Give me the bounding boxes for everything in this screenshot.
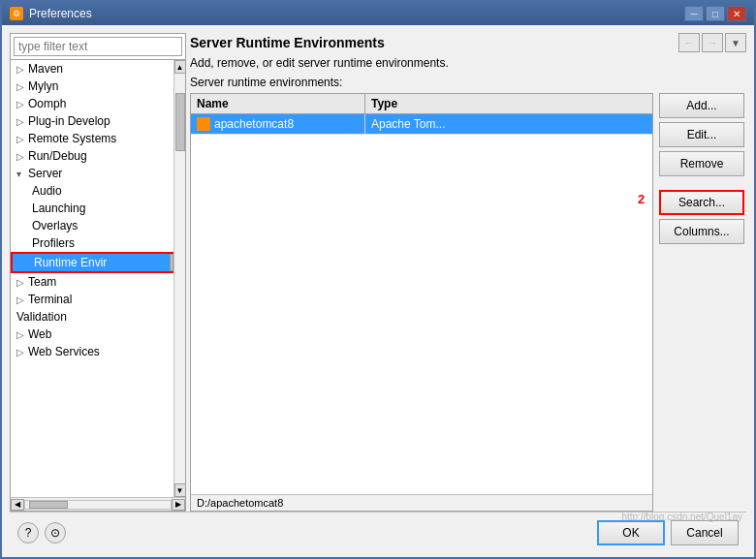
sidebar-item-mylyn[interactable]: ▷ Mylyn: [11, 78, 173, 95]
col-name-header: Name: [191, 94, 365, 113]
tree-container: ▷ Maven ▷ Mylyn ▷ Oomph ▷: [11, 60, 173, 497]
cell-type: Apache Tom...: [365, 114, 652, 134]
nav-dropdown-button[interactable]: ▼: [725, 33, 746, 52]
sidebar-item-server-overlays[interactable]: Overlays: [11, 217, 173, 234]
sidebar-item-server-launching[interactable]: Launching: [11, 200, 173, 217]
close-button[interactable]: ✕: [727, 6, 746, 21]
status-bar: D:/apachetomcat8: [191, 494, 652, 511]
sidebar-item-server-runtime[interactable]: Runtime Envir: [11, 252, 173, 273]
window-icon: ⚙: [10, 7, 23, 20]
scroll-left-arrow[interactable]: ◀: [11, 499, 24, 511]
cell-name: apachetomcat8: [191, 114, 365, 134]
search-button[interactable]: Search...: [659, 190, 744, 215]
sidebar-item-run-debug[interactable]: ▷ Run/Debug: [11, 147, 173, 165]
label-2: 2: [638, 192, 645, 206]
sidebar-item-server-audio[interactable]: Audio: [11, 182, 173, 200]
sidebar-item-oomph[interactable]: ▷ Oomph: [11, 95, 173, 112]
maximize-button[interactable]: □: [706, 6, 725, 21]
server-icon: [197, 117, 210, 131]
sidebar-item-terminal[interactable]: ▷ Terminal: [11, 291, 173, 308]
scroll-right-arrow[interactable]: ▶: [172, 499, 185, 511]
edit-button[interactable]: Edit...: [659, 122, 744, 147]
sidebar-item-plugin-dev[interactable]: ▷ Plug-in Develop: [11, 112, 173, 130]
sidebar-item-validation[interactable]: Validation: [11, 308, 173, 326]
col-type-header: Type: [365, 94, 652, 113]
vertical-scrollbar[interactable]: ▲ ▼: [173, 60, 185, 497]
help-button[interactable]: ?: [17, 522, 39, 543]
watermark: http://blog.csdn.net/Quel1ay: [621, 512, 742, 522]
nav-back-button[interactable]: ←: [678, 33, 700, 52]
sidebar-item-web[interactable]: ▷ Web: [11, 326, 173, 343]
scroll-up-arrow[interactable]: ▲: [174, 60, 186, 74]
cancel-button[interactable]: Cancel: [671, 520, 739, 545]
table-row[interactable]: apachetomcat8 Apache Tom...: [191, 114, 652, 135]
table-body: apachetomcat8 Apache Tom...: [191, 114, 652, 494]
panel-title: Server Runtime Environments: [190, 35, 385, 50]
minimize-button[interactable]: ─: [684, 6, 704, 21]
sidebar-item-team[interactable]: ▷ Team: [11, 273, 173, 291]
server-table: Name Type apachetomcat8 Apache Tom...: [190, 93, 653, 512]
section-label: Server runtime environments:: [190, 76, 746, 89]
sidebar-item-server-profilers[interactable]: Profilers: [11, 234, 173, 252]
filter-input[interactable]: [14, 37, 182, 56]
remove-button[interactable]: Remove: [659, 151, 744, 176]
scroll-track-horizontal[interactable]: [24, 500, 172, 510]
window: ⚙ Preferences ─ □ ✕ ▷: [0, 0, 756, 559]
sidebar-item-maven[interactable]: ▷ Maven: [11, 60, 173, 78]
table-header: Name Type: [191, 94, 652, 114]
scroll-down-arrow[interactable]: ▼: [174, 483, 186, 497]
title-bar: ⚙ Preferences ─ □ ✕: [2, 2, 754, 25]
scroll-thumb-horizontal[interactable]: [29, 501, 68, 509]
scroll-thumb[interactable]: [175, 93, 185, 151]
window-title: Preferences: [29, 7, 92, 20]
description-text: Add, remove, or edit server runtime envi…: [190, 56, 746, 70]
sidebar-item-remote-systems[interactable]: ▷ Remote Systems: [11, 130, 173, 147]
action-buttons-panel: Add... Edit... Remove Search... 2 Column…: [659, 93, 746, 512]
add-button[interactable]: Add...: [659, 93, 744, 118]
columns-button[interactable]: Columns...: [659, 219, 744, 244]
sidebar-item-web-services[interactable]: ▷ Web Services: [11, 343, 173, 360]
horizontal-scrollbar[interactable]: ◀ ▶: [11, 497, 185, 511]
sidebar-item-server[interactable]: ▾ Server: [11, 165, 173, 182]
defaults-button[interactable]: ⊙: [45, 522, 66, 543]
nav-forward-button[interactable]: →: [702, 33, 723, 52]
ok-button[interactable]: OK: [597, 520, 665, 545]
